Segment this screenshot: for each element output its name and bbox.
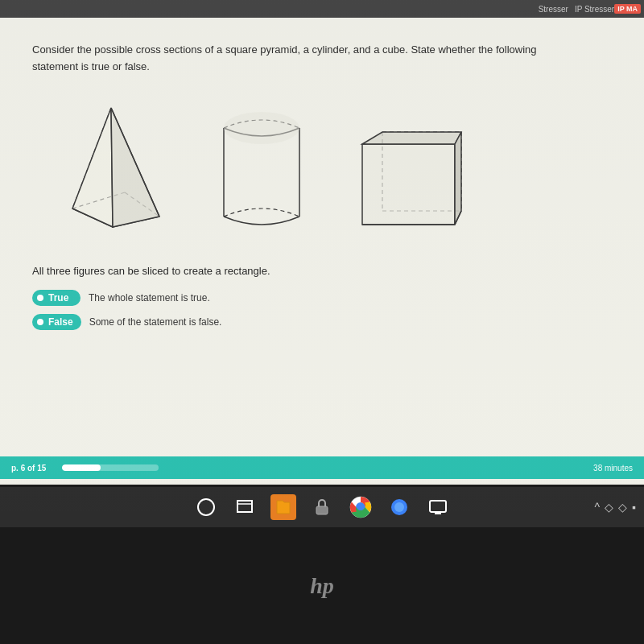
svg-point-18 <box>198 499 214 515</box>
true-badge[interactable]: True <box>32 290 80 306</box>
svg-marker-15 <box>455 132 461 225</box>
answer-row-false[interactable]: False Some of the statement is false. <box>32 314 612 330</box>
svg-rect-19 <box>237 501 252 512</box>
question-text: Consider the possible cross sections of … <box>32 42 580 76</box>
svg-rect-27 <box>430 501 446 512</box>
answer-row-true[interactable]: True The whole statement is true. <box>32 290 612 306</box>
svg-point-8 <box>224 112 299 144</box>
taskbar-circle-icon[interactable] <box>193 494 219 520</box>
shapes-container <box>48 92 612 241</box>
status-bar: p. 6 of 15 38 minutes <box>0 456 644 479</box>
taskbar-chrome-icon[interactable] <box>348 494 374 520</box>
taskbar-window-icon[interactable] <box>232 494 258 520</box>
statement-text: All three figures can be sliced to creat… <box>32 265 612 277</box>
false-dot <box>37 319 43 325</box>
hp-logo: hp <box>310 573 334 599</box>
browser-top-bar: Stresser IP Stresser IP MA <box>0 0 644 18</box>
true-label: True <box>48 292 68 303</box>
taskbar-blue-dot-icon[interactable] <box>386 494 412 520</box>
taskbar-lock-icon[interactable] <box>309 494 335 520</box>
progress-fill <box>62 464 101 471</box>
cube-shape <box>346 92 491 241</box>
tray-battery-icon[interactable]: ▪ <box>632 501 636 514</box>
false-label: False <box>48 316 73 328</box>
taskbar-monitor-icon[interactable] <box>425 494 451 520</box>
svg-rect-21 <box>316 506 328 514</box>
content-area: Consider the possible cross sections of … <box>0 18 644 485</box>
taskbar <box>0 487 644 527</box>
tray-wifi-icon[interactable]: ◇ <box>605 501 613 514</box>
system-tray: ^ ◇ ◇ ▪ <box>594 487 644 527</box>
svg-point-26 <box>394 502 404 512</box>
true-dot <box>37 295 43 301</box>
page-indicator: p. 6 of 15 <box>11 464 46 473</box>
ip-ma-badge: IP MA <box>614 4 641 14</box>
answer-options: True The whole statement is true. False … <box>32 290 612 330</box>
stresser-label: Stresser <box>539 5 568 14</box>
svg-rect-13 <box>362 144 455 225</box>
laptop-bezel: hp <box>0 527 644 644</box>
svg-marker-4 <box>111 108 159 227</box>
ip-stresser-label: IP Stresser <box>575 5 614 14</box>
svg-point-24 <box>357 504 364 510</box>
tray-caret-icon[interactable]: ^ <box>594 501 600 514</box>
true-description: The whole statement is true. <box>89 292 210 303</box>
svg-marker-14 <box>362 132 461 144</box>
taskbar-files-icon[interactable] <box>270 494 296 520</box>
tray-sound-icon[interactable]: ◇ <box>618 501 627 514</box>
pyramid-shape <box>48 92 177 241</box>
cylinder-shape <box>209 92 314 241</box>
progress-bar <box>62 464 159 471</box>
time-indicator: 38 minutes <box>593 464 633 473</box>
svg-marker-3 <box>72 108 113 227</box>
false-description: Some of the statement is false. <box>89 316 222 328</box>
false-badge[interactable]: False <box>32 314 81 330</box>
